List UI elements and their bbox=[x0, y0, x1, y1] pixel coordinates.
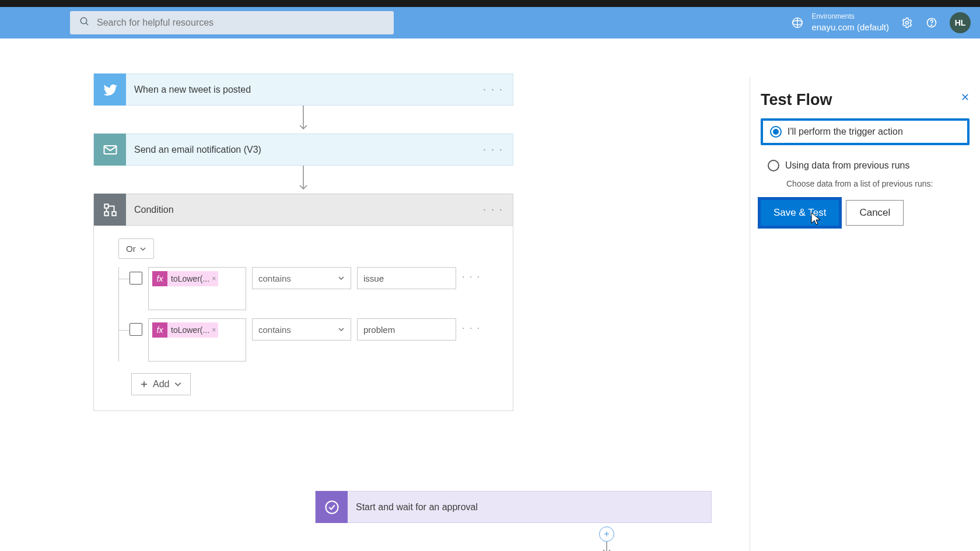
radio-subtext: Choose data from a list of previous runs… bbox=[786, 179, 970, 188]
flow-arrow bbox=[601, 542, 612, 551]
panel-title: Test Flow bbox=[761, 91, 832, 109]
operator-label: contains bbox=[258, 325, 291, 335]
group-operator-select[interactable]: Or bbox=[118, 238, 154, 259]
card-menu-icon[interactable]: · · · bbox=[483, 203, 503, 216]
environment-name: enayu.com (default) bbox=[811, 22, 889, 33]
fx-icon: fx bbox=[152, 322, 167, 338]
value-input[interactable] bbox=[357, 267, 456, 289]
row-checkbox[interactable] bbox=[130, 272, 142, 285]
save-test-button[interactable]: Save & Test bbox=[761, 200, 839, 226]
flow-arrow bbox=[93, 106, 513, 134]
expression-token[interactable]: fx toLower(... × bbox=[152, 322, 218, 338]
flow-canvas: When a new tweet is posted · · · Send an… bbox=[0, 38, 980, 551]
remove-token-icon[interactable]: × bbox=[212, 275, 216, 283]
radio-icon bbox=[768, 160, 779, 171]
chevron-down-icon bbox=[338, 326, 345, 333]
environment-icon bbox=[790, 16, 804, 30]
add-condition-button[interactable]: Add bbox=[131, 373, 191, 395]
environment-picker[interactable]: Environments enayu.com (default) bbox=[790, 12, 889, 33]
radio-icon bbox=[770, 126, 782, 138]
button-label: Save & Test bbox=[774, 207, 826, 219]
expression-input[interactable]: fx toLower(... × bbox=[148, 267, 246, 310]
operator-select[interactable]: contains bbox=[252, 267, 351, 289]
svg-point-4 bbox=[906, 22, 909, 24]
row-checkbox[interactable] bbox=[130, 323, 142, 336]
chevron-down-icon bbox=[174, 380, 182, 388]
fx-icon: fx bbox=[152, 271, 167, 286]
svg-point-15 bbox=[326, 501, 338, 513]
condition-row: fx toLower(... × contains · · · bbox=[130, 267, 488, 310]
trigger-title: When a new tweet is posted bbox=[134, 85, 251, 95]
radio-label: I'll perform the trigger action bbox=[788, 127, 903, 137]
condition-icon bbox=[94, 194, 126, 226]
test-flow-panel: Test Flow ✕ I'll perform the trigger act… bbox=[750, 77, 980, 551]
twitter-icon bbox=[94, 73, 126, 106]
svg-line-1 bbox=[86, 23, 88, 25]
radio-label: Using data from previous runs bbox=[785, 160, 909, 171]
chevron-down-icon bbox=[139, 245, 146, 252]
plus-icon bbox=[140, 380, 148, 388]
condition-body: Or fx toLower(... × contains bbox=[93, 226, 513, 411]
expression-input[interactable]: fx toLower(... × bbox=[148, 318, 246, 362]
svg-rect-10 bbox=[104, 204, 108, 208]
svg-point-6 bbox=[931, 25, 932, 26]
environment-label: Environments bbox=[811, 12, 889, 22]
row-menu-icon[interactable]: · · · bbox=[462, 272, 481, 282]
radio-previous-runs[interactable]: Using data from previous runs bbox=[761, 155, 970, 177]
mail-icon bbox=[94, 134, 126, 166]
avatar[interactable]: HL bbox=[950, 12, 971, 33]
email-action-card[interactable]: Send an email notification (V3) · · · bbox=[93, 134, 513, 166]
approval-title: Start and wait for an approval bbox=[356, 502, 478, 513]
card-menu-icon[interactable]: · · · bbox=[483, 83, 503, 96]
add-label: Add bbox=[153, 379, 169, 389]
search-box[interactable] bbox=[70, 11, 394, 34]
svg-rect-12 bbox=[104, 212, 108, 216]
trigger-card[interactable]: When a new tweet is posted · · · bbox=[93, 73, 513, 106]
remove-token-icon[interactable]: × bbox=[212, 326, 216, 334]
group-operator-label: Or bbox=[126, 244, 136, 254]
gear-icon[interactable] bbox=[901, 16, 914, 29]
radio-perform-trigger[interactable]: I'll perform the trigger action bbox=[761, 118, 970, 145]
search-icon bbox=[79, 16, 90, 29]
card-menu-icon[interactable]: · · · bbox=[483, 143, 503, 156]
expression-text: toLower(... bbox=[171, 274, 209, 283]
close-icon[interactable]: ✕ bbox=[961, 91, 970, 104]
svg-point-0 bbox=[80, 17, 87, 24]
cancel-button[interactable]: Cancel bbox=[846, 200, 904, 226]
email-action-title: Send an email notification (V3) bbox=[134, 145, 261, 155]
value-input[interactable] bbox=[357, 318, 456, 341]
condition-title: Condition bbox=[134, 205, 174, 215]
row-menu-icon[interactable]: · · · bbox=[462, 323, 481, 334]
svg-rect-11 bbox=[112, 212, 116, 216]
rule-tree: fx toLower(... × contains · · · bbox=[118, 267, 488, 362]
search-input[interactable] bbox=[97, 17, 384, 28]
flow-arrow bbox=[93, 166, 513, 194]
button-label: Cancel bbox=[859, 207, 890, 219]
approval-card[interactable]: Start and wait for an approval bbox=[315, 491, 712, 523]
browser-chrome bbox=[0, 0, 980, 7]
operator-label: contains bbox=[258, 273, 291, 283]
insert-step-button[interactable]: + bbox=[599, 527, 614, 542]
approval-icon bbox=[316, 491, 348, 523]
app-header: Environments enayu.com (default) HL bbox=[0, 7, 980, 38]
operator-select[interactable]: contains bbox=[252, 318, 351, 341]
expression-text: toLower(... bbox=[171, 325, 209, 335]
condition-row: fx toLower(... × contains · · · bbox=[130, 318, 488, 362]
condition-card[interactable]: Condition · · · bbox=[93, 194, 513, 226]
chevron-down-icon bbox=[338, 275, 345, 282]
help-icon[interactable] bbox=[925, 16, 938, 29]
expression-token[interactable]: fx toLower(... × bbox=[152, 271, 218, 286]
